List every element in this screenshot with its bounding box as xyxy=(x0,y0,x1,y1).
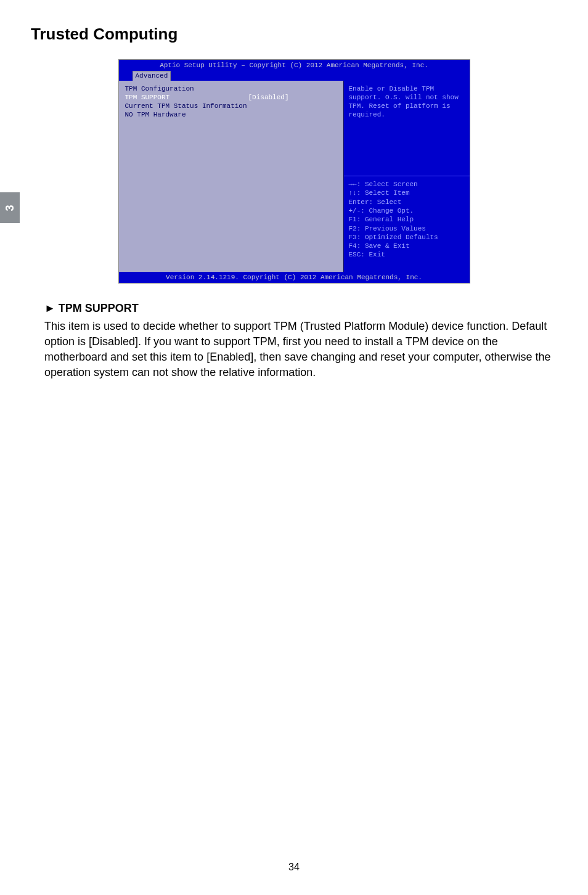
subheading-arrow-icon: ► xyxy=(44,302,55,314)
side-chapter-tab: 3 xyxy=(0,192,20,223)
bios-option-tpm-support: TPM SUPPORT [Disabled] xyxy=(125,93,337,102)
subheading-text: TPM SUPPORT xyxy=(59,302,139,314)
bios-body: TPM Configuration TPM SUPPORT [Disabled]… xyxy=(119,81,470,272)
bios-left-panel: TPM Configuration TPM SUPPORT [Disabled]… xyxy=(119,81,344,272)
bios-screenshot: Aptio Setup Utility – Copyright (C) 2012… xyxy=(118,59,470,284)
bios-status-heading: Current TPM Status Information xyxy=(125,102,337,110)
bios-tabs: Advanced xyxy=(119,71,470,80)
body-paragraph: This item is used to decide whether to s… xyxy=(44,319,557,381)
bios-footer: Version 2.14.1219. Copyright (C) 2012 Am… xyxy=(119,272,470,283)
bios-status-value: NO TPM Hardware xyxy=(125,110,337,119)
page-title: Trusted Computing xyxy=(31,25,557,44)
bios-right-panel: Enable or Disable TPM support. O.S. will… xyxy=(344,81,470,272)
bios-config-heading: TPM Configuration xyxy=(125,84,337,93)
page-content: Trusted Computing Aptio Setup Utility – … xyxy=(0,0,588,381)
bios-header-title: Aptio Setup Utility – Copyright (C) 2012… xyxy=(119,61,470,71)
page-number: 34 xyxy=(0,862,588,873)
bios-option-label: TPM SUPPORT xyxy=(125,93,248,102)
bios-key-legend: →←: Select Screen ↑↓: Select Item Enter:… xyxy=(344,176,470,272)
side-chapter-label: 3 xyxy=(3,205,16,211)
bios-option-value: [Disabled] xyxy=(248,93,289,102)
tpm-support-subheading: ► TPM SUPPORT xyxy=(44,302,557,315)
bios-header: Aptio Setup Utility – Copyright (C) 2012… xyxy=(119,60,470,81)
bios-help-text: Enable or Disable TPM support. O.S. will… xyxy=(344,81,470,177)
bios-tab-advanced: Advanced xyxy=(133,71,171,80)
